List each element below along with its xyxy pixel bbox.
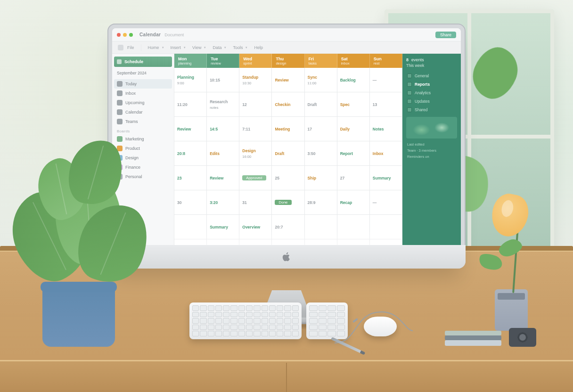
grid-cell[interactable]: 10:15 [207, 68, 239, 92]
grid-cell[interactable]: 17 [305, 117, 337, 141]
grid-cell[interactable]: Review [174, 117, 207, 141]
grid-cell[interactable]: Approved [239, 166, 272, 190]
grid-cell[interactable]: Meeting [272, 117, 304, 141]
grid-cell[interactable] [174, 215, 207, 239]
grid-cell[interactable]: Summary [370, 166, 402, 190]
status-chip[interactable]: Approved [242, 175, 266, 180]
grid-cell[interactable]: 23 [174, 166, 207, 190]
grid-cell[interactable]: Researchnotes [207, 92, 239, 116]
grid-cell[interactable]: Inbox [370, 141, 402, 165]
grid-row: 23ReviewApproved25Ship27Summary [174, 166, 402, 190]
grid-cell[interactable]: Ship [305, 166, 337, 190]
grid-cell[interactable]: — [370, 68, 402, 92]
grid-cell[interactable]: Review [272, 68, 304, 92]
grid-rows: Planning9:0010:15Standup10:30ReviewSync1… [174, 68, 402, 264]
panel-item[interactable]: Shared [406, 106, 457, 114]
grid-cell[interactable]: Report [337, 141, 370, 165]
grid-cell[interactable]: 13 [370, 92, 402, 116]
grid-row: Planning9:0010:15Standup10:30ReviewSync1… [174, 68, 402, 92]
grid-cell[interactable]: Planning9:00 [174, 68, 207, 92]
panel-item[interactable]: Analytics [406, 89, 457, 97]
grid-cell[interactable] [337, 215, 370, 239]
ribbon-item[interactable]: Insert [171, 45, 186, 50]
clock-icon [117, 100, 123, 106]
apple-logo-icon [282, 252, 291, 262]
grid-cell[interactable]: Daily [337, 117, 370, 141]
calendar-grid: MonplanningTuereviewWedsprintThudesignFr… [174, 54, 402, 264]
fullscreen-icon[interactable] [129, 33, 133, 37]
column-header[interactable]: Monplanning [174, 54, 207, 68]
ribbon-item[interactable]: Data [213, 45, 226, 50]
status-chip[interactable]: Done [275, 200, 291, 205]
sidebar-header[interactable]: Schedule [114, 57, 172, 67]
sidebar-item-inbox[interactable]: Inbox [114, 89, 172, 98]
grid-cell[interactable]: Overview [239, 215, 272, 239]
grid-cell[interactable]: Spec [337, 92, 370, 116]
grid-cell[interactable] [370, 215, 402, 239]
panel-item[interactable]: General [406, 72, 457, 80]
grid-cell[interactable]: Edits [207, 141, 239, 165]
column-header[interactable]: Wedsprint [239, 54, 272, 68]
column-header[interactable]: Tuereview [207, 54, 239, 68]
monitor-screen: Calendar Document Share File Home Insert… [107, 24, 466, 269]
window-controls[interactable] [117, 33, 133, 37]
grid-cell[interactable]: Summary [207, 215, 239, 239]
grid-cell[interactable]: 14:5 [207, 117, 239, 141]
calendar-icon [117, 109, 123, 115]
grid-cell[interactable]: 7:11 [239, 117, 272, 141]
grid-cell[interactable]: 20:7 [272, 215, 304, 239]
column-header[interactable]: Sunrest [370, 54, 402, 68]
grid-cell[interactable]: Recap [337, 190, 370, 214]
grid-cell[interactable]: Review [207, 166, 239, 190]
grid-cell[interactable]: 3:50 [305, 141, 337, 165]
column-header[interactable]: Thudesign [272, 54, 304, 68]
panel-thumbnail [406, 117, 457, 139]
sidebar-item-calendar[interactable]: Calendar [114, 107, 172, 117]
column-header[interactable]: Fritasks [305, 54, 337, 68]
ribbon-item[interactable]: File [118, 45, 134, 50]
grid-cell[interactable]: Notes [370, 117, 402, 141]
mouse [364, 317, 397, 336]
grid-cell[interactable]: Draft [305, 92, 337, 116]
grid-row: 303:2031Done28:9Recap— [174, 190, 402, 215]
panel-item[interactable]: Reports [406, 80, 457, 89]
inbox-icon [117, 90, 123, 96]
grid-cell[interactable]: 30 [174, 190, 207, 214]
grid-cell[interactable]: Sync11:00 [305, 68, 337, 92]
ribbon: File Home Insert View Data Tools Help [112, 41, 461, 54]
ribbon-item[interactable]: Help [254, 45, 263, 50]
close-icon[interactable] [117, 33, 121, 37]
sidebar-item-teams[interactable]: Teams [114, 117, 172, 126]
sidebar-group-label: Boards [114, 126, 172, 134]
minimize-icon[interactable] [123, 33, 127, 37]
grid-cell[interactable]: Standup10:30 [239, 68, 272, 92]
grid-cell[interactable]: 11:20 [174, 92, 207, 116]
grid-cell[interactable] [305, 215, 337, 239]
square-icon [407, 82, 412, 87]
desk-plant [14, 139, 141, 347]
ribbon-item[interactable]: View [192, 45, 206, 50]
ribbon-item[interactable]: Tools [233, 45, 247, 50]
grid-cell[interactable]: 20:8 [174, 141, 207, 165]
grid-cell[interactable]: Done [272, 190, 304, 214]
grid-cell[interactable]: 31 [239, 190, 272, 214]
book-stack [445, 330, 501, 346]
grid-row: 11:20Researchnotes12CheckinDraftSpec13 [174, 92, 402, 117]
grid-cell[interactable]: 25 [272, 166, 304, 190]
column-header[interactable]: Satinbox [337, 54, 370, 68]
grid-cell[interactable]: Checkin [272, 92, 304, 116]
grid-cell[interactable]: Draft [272, 141, 304, 165]
grid-cell[interactable]: 27 [337, 166, 370, 190]
grid-cell[interactable]: 28:9 [305, 190, 337, 214]
sidebar-item-today[interactable]: Today [114, 79, 172, 89]
grid-cell[interactable]: Design16:00 [239, 141, 272, 165]
ribbon-item[interactable]: Home [148, 45, 164, 50]
grid-cell[interactable]: 12 [239, 92, 272, 116]
share-button[interactable]: Share [435, 32, 456, 38]
panel-header: 8 events [406, 57, 457, 62]
grid-cell[interactable]: 3:20 [207, 190, 239, 214]
grid-cell[interactable]: — [370, 190, 402, 214]
sidebar-item-upcoming[interactable]: Upcoming [114, 98, 172, 107]
grid-cell[interactable]: Backlog [337, 68, 370, 92]
panel-item[interactable]: Updates [406, 97, 457, 106]
